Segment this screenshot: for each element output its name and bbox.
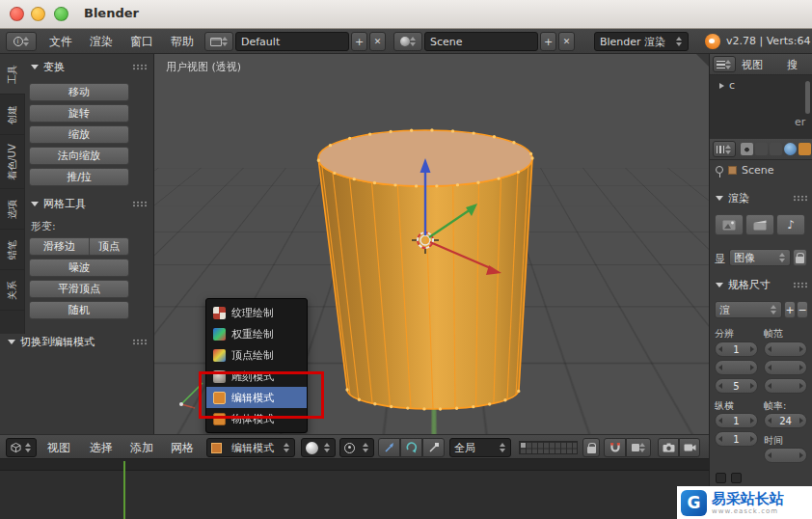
- opengl-render-image-button[interactable]: [658, 438, 679, 457]
- outliner-search-menu[interactable]: 搜: [787, 58, 798, 72]
- add-screen-layout-button[interactable]: +: [351, 32, 367, 51]
- menu-select[interactable]: 选择: [85, 435, 118, 460]
- menu-help[interactable]: 帮助: [166, 29, 199, 54]
- tab-shading-uv[interactable]: 着色/UV: [0, 135, 25, 189]
- disclosure-triangle-icon[interactable]: [719, 83, 724, 89]
- frame-end-field[interactable]: [764, 360, 807, 375]
- render-panel-header[interactable]: 渲染: [716, 191, 807, 205]
- render-display-dropdown[interactable]: 图像: [729, 249, 791, 266]
- add-scene-button[interactable]: +: [540, 32, 556, 51]
- resolution-y-field[interactable]: [715, 360, 758, 375]
- display-lock-button[interactable]: [793, 249, 807, 266]
- menu-window[interactable]: 窗口: [125, 29, 158, 54]
- aspect-x-field[interactable]: 1: [715, 413, 758, 428]
- pin-id-icon[interactable]: [716, 166, 723, 174]
- noise-button[interactable]: 噪波: [29, 259, 129, 277]
- smooth-vertex-button[interactable]: 平滑顶点: [29, 280, 129, 298]
- close-window-button[interactable]: [10, 7, 24, 21]
- shrink-fatten-button[interactable]: 法向缩放: [29, 147, 129, 165]
- screen-layout-name-field[interactable]: Default: [235, 32, 349, 51]
- delete-screen-layout-button[interactable]: ✕: [369, 32, 386, 51]
- pivot-point-dropdown[interactable]: [339, 438, 374, 457]
- scale-button[interactable]: 缩放: [29, 125, 129, 144]
- current-frame-marker[interactable]: [123, 461, 125, 519]
- outliner-tree[interactable]: c er: [710, 75, 812, 139]
- outliner-item[interactable]: c: [729, 79, 735, 92]
- border-render-checkbox[interactable]: [716, 473, 726, 483]
- outliner-editor-type-button[interactable]: [713, 56, 736, 72]
- layers-widget[interactable]: [519, 441, 578, 454]
- aspect-y-field[interactable]: 1: [715, 431, 758, 447]
- translate-button[interactable]: 移动: [29, 83, 129, 101]
- fps-field[interactable]: 24: [764, 413, 807, 428]
- randomize-button[interactable]: 随机: [29, 301, 129, 319]
- world-tab-icon[interactable]: [784, 143, 797, 155]
- minimize-window-button[interactable]: [31, 7, 45, 21]
- render-still-button[interactable]: [715, 214, 744, 235]
- transform-orientation-dropdown[interactable]: 全局: [449, 438, 511, 457]
- rotate-button[interactable]: 旋转: [29, 104, 129, 123]
- time-remap-field[interactable]: [764, 448, 807, 463]
- menu-mesh[interactable]: 网格: [166, 435, 199, 460]
- add-preset-button[interactable]: +: [784, 301, 796, 318]
- tab-create[interactable]: 创建: [0, 95, 25, 135]
- operator-panel-header[interactable]: 切换到编辑模式: [8, 335, 147, 349]
- crop-render-checkbox[interactable]: [731, 473, 742, 483]
- properties-editor-type-button[interactable]: [713, 141, 736, 157]
- menu-render[interactable]: 渲染: [85, 29, 118, 54]
- render-preset-dropdown[interactable]: 渲: [715, 301, 782, 318]
- render-layers-tab-icon[interactable]: [755, 143, 768, 155]
- lock-to-scene-button[interactable]: [582, 438, 600, 457]
- active-layer-cell[interactable]: [521, 443, 526, 448]
- outliner-view-menu[interactable]: 视图: [742, 58, 763, 72]
- cylinder-object[interactable]: [284, 112, 564, 421]
- translate-manipulator-button[interactable]: [378, 438, 400, 457]
- menu-item-weight-paint[interactable]: 权重绘制: [206, 323, 307, 344]
- opengl-render-animation-button[interactable]: [679, 438, 700, 457]
- scene-name-field[interactable]: Scene: [424, 32, 538, 51]
- screen-layout-browse-button[interactable]: [204, 32, 233, 51]
- mode-dropdown[interactable]: 编辑模式: [206, 438, 295, 457]
- frame-start-field[interactable]: [764, 341, 807, 357]
- viewport-shading-dropdown[interactable]: [301, 438, 336, 457]
- snap-element-dropdown[interactable]: [626, 438, 651, 457]
- resolution-x-field[interactable]: 1: [715, 341, 758, 357]
- menu-item-texture-paint[interactable]: 纹理绘制: [206, 302, 307, 323]
- render-tab-icon[interactable]: [741, 143, 753, 155]
- menu-view[interactable]: 视图: [42, 435, 75, 460]
- 3d-viewport[interactable]: 用户视图 (透视): [154, 54, 709, 434]
- object-tab-icon[interactable]: [798, 143, 811, 155]
- region-corner-widget[interactable]: [696, 54, 709, 67]
- panel-drag-dots[interactable]: [132, 339, 147, 345]
- panel-drag-dots[interactable]: [793, 282, 807, 288]
- panel-drag-dots[interactable]: [793, 195, 807, 202]
- timeline-editor[interactable]: [0, 459, 709, 519]
- scale-manipulator-button[interactable]: [422, 438, 445, 457]
- remove-preset-button[interactable]: −: [797, 301, 808, 318]
- rotate-manipulator-button[interactable]: [400, 438, 422, 457]
- frame-step-field[interactable]: [764, 378, 807, 394]
- menu-add[interactable]: 添加: [125, 435, 158, 460]
- vertex-slide-button[interactable]: 顶点: [90, 237, 129, 256]
- scene-tab-icon[interactable]: [770, 143, 782, 155]
- panel-drag-dots[interactable]: [132, 201, 147, 207]
- transform-panel-header[interactable]: 变换: [31, 60, 147, 74]
- render-animation-button[interactable]: [745, 214, 774, 235]
- tab-options[interactable]: 选项: [0, 189, 25, 230]
- tab-tools[interactable]: 工具: [0, 54, 25, 95]
- render-audio-button[interactable]: ♪: [776, 214, 805, 235]
- panel-drag-dots[interactable]: [132, 64, 147, 70]
- snap-toggle-button[interactable]: [604, 438, 626, 457]
- viewport-editor-type-button[interactable]: [6, 438, 37, 457]
- scene-browse-button[interactable]: [393, 32, 422, 51]
- push-pull-button[interactable]: 推/拉: [29, 168, 129, 186]
- tab-grease-pencil[interactable]: 蜡笔: [0, 230, 25, 270]
- edge-slide-button[interactable]: 滑移边: [29, 237, 90, 256]
- menu-file[interactable]: 文件: [44, 29, 77, 54]
- maximize-window-button[interactable]: [54, 7, 68, 21]
- info-editor-type-button[interactable]: i: [6, 32, 37, 51]
- resolution-percent-field[interactable]: 5: [715, 378, 758, 394]
- delete-scene-button[interactable]: ✕: [558, 32, 575, 51]
- mesh-tools-panel-header[interactable]: 网格工具: [31, 197, 147, 211]
- timeline-track[interactable]: [0, 470, 709, 519]
